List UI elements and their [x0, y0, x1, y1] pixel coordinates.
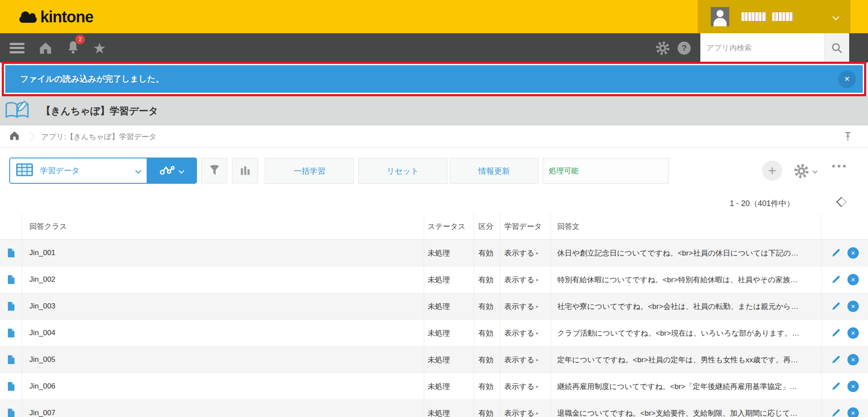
notifications-bell-icon[interactable]: 2 [67, 40, 80, 56]
edit-record-icon[interactable] [831, 408, 841, 417]
expand-triangle-icon[interactable]: ▸ [536, 303, 539, 309]
process-status-button[interactable]: 処理可能 [543, 158, 669, 184]
filter-button[interactable] [201, 158, 227, 183]
reset-button[interactable]: リセット [358, 158, 447, 184]
edit-record-icon[interactable] [831, 274, 841, 285]
hamburger-menu-icon[interactable] [10, 43, 25, 53]
record-id-cell[interactable]: Jin_001 [22, 240, 424, 266]
chart-button[interactable] [232, 158, 258, 183]
breadcrumb-text: アプリ:【きんちゃぼ】学習データ [41, 132, 157, 142]
delete-record-icon[interactable]: ✕ [847, 301, 859, 312]
status-cell: 未処理 [424, 293, 474, 319]
learning-data-cell[interactable]: 表示する ▸ [500, 347, 551, 373]
global-nav-bar: 2 ★ ? [0, 33, 868, 63]
record-document-icon[interactable] [8, 382, 14, 391]
home-icon[interactable] [38, 41, 53, 56]
app-settings-button[interactable] [794, 164, 817, 179]
learning-data-value: 表示する [504, 328, 534, 338]
expand-triangle-icon[interactable]: ▸ [536, 410, 539, 416]
table-row[interactable]: Jin_001 未処理 有効 表示する ▸ 休日や創立記念日についてですね。<b… [0, 240, 868, 266]
record-id-cell[interactable]: Jin_004 [22, 320, 424, 346]
record-icon-cell [0, 240, 22, 266]
kintone-logo[interactable]: kintone [19, 8, 93, 26]
batch-learn-button[interactable]: 一括学習 [265, 158, 354, 184]
status-cell: 未処理 [424, 266, 474, 293]
table-row[interactable]: Jin_007 未処理 有効 表示する ▸ 退職金についてですね。<br>支給要… [0, 400, 868, 417]
edit-record-icon[interactable] [831, 328, 841, 338]
learning-data-cell[interactable]: 表示する ▸ [500, 373, 551, 399]
expand-triangle-icon[interactable]: ▸ [536, 330, 539, 336]
info-update-button[interactable]: 情報更新 [450, 158, 538, 184]
admin-gear-icon[interactable] [656, 41, 670, 55]
record-document-icon[interactable] [8, 302, 14, 311]
gear-icon [794, 164, 809, 179]
category-cell: 有効 [474, 293, 500, 319]
chevron-down-icon[interactable] [833, 13, 840, 20]
status-cell: 未処理 [424, 240, 474, 266]
learning-data-cell[interactable]: 表示する ▸ [500, 240, 551, 266]
record-id-cell[interactable]: Jin_006 [22, 373, 424, 399]
expand-triangle-icon[interactable]: ▸ [536, 277, 539, 283]
table-row[interactable]: Jin_004 未処理 有効 表示する ▸ クラブ活動についてですね。<br>現… [0, 320, 868, 347]
record-document-icon[interactable] [8, 355, 14, 364]
expand-triangle-icon[interactable]: ▸ [536, 383, 539, 389]
next-page-button[interactable] [836, 196, 847, 207]
learning-data-cell[interactable]: 表示する ▸ [500, 320, 551, 346]
delete-record-icon[interactable]: ✕ [847, 327, 859, 339]
header-actions-column [822, 213, 868, 239]
view-selector[interactable]: 学習データ [9, 158, 197, 184]
table-row[interactable]: Jin_005 未処理 有効 表示する ▸ 定年についてですね。<br>社員の定… [0, 347, 868, 373]
more-options-button[interactable]: ••• [832, 160, 848, 172]
expand-triangle-icon[interactable]: ▸ [536, 250, 539, 256]
delete-record-icon[interactable]: ✕ [847, 274, 859, 285]
record-id-cell[interactable]: Jin_005 [22, 347, 424, 373]
user-org-redacted [772, 12, 793, 21]
record-document-icon[interactable] [8, 249, 14, 257]
edit-record-icon[interactable] [831, 354, 841, 365]
delete-record-icon[interactable]: ✕ [847, 247, 859, 259]
record-document-icon[interactable] [8, 275, 14, 284]
search-input[interactable] [700, 33, 824, 63]
category-cell: 有効 [474, 266, 500, 293]
edit-record-icon[interactable] [831, 301, 841, 312]
header-learning-data: 学習データ [500, 213, 551, 239]
search-button[interactable] [824, 33, 849, 63]
banner-close-button[interactable]: ✕ [838, 70, 856, 88]
breadcrumb: アプリ:【きんちゃぼ】学習データ [0, 126, 868, 148]
breadcrumb-home-icon[interactable] [9, 130, 20, 143]
edit-record-icon[interactable] [831, 381, 841, 392]
delete-record-icon[interactable]: ✕ [847, 407, 859, 417]
bar-chart-icon [239, 165, 251, 177]
record-id-cell[interactable]: Jin_003 [22, 293, 424, 319]
record-id-cell[interactable]: Jin_007 [22, 400, 424, 417]
record-document-icon[interactable] [8, 409, 14, 417]
expand-triangle-icon[interactable]: ▸ [536, 357, 539, 363]
user-menu[interactable] [698, 0, 850, 33]
pin-icon[interactable] [843, 131, 852, 144]
user-avatar[interactable] [711, 7, 729, 26]
status-cell: 未処理 [424, 373, 474, 399]
favorites-star-icon[interactable]: ★ [93, 41, 106, 56]
record-icon-cell [0, 266, 22, 293]
help-icon[interactable]: ? [678, 42, 691, 55]
header-category: 区分 [474, 213, 500, 239]
edit-record-icon[interactable] [831, 248, 841, 258]
view-selector-current[interactable]: 学習データ [10, 158, 147, 183]
add-record-button[interactable]: + [762, 161, 782, 181]
table-row[interactable]: Jin_002 未処理 有効 表示する ▸ 特別有給休暇についてですね。<br>… [0, 266, 868, 293]
graph-view-toggle[interactable] [147, 158, 196, 183]
record-id-cell[interactable]: Jin_002 [22, 266, 424, 293]
record-icon-cell [0, 347, 22, 373]
table-row[interactable]: Jin_006 未処理 有効 表示する ▸ 継続再雇用制度についてですね。<br… [0, 373, 868, 400]
user-name-redacted [741, 12, 766, 21]
record-document-icon[interactable] [8, 329, 14, 337]
delete-record-icon[interactable]: ✕ [847, 381, 859, 392]
delete-record-icon[interactable]: ✕ [847, 354, 859, 365]
table-row[interactable]: Jin_003 未処理 有効 表示する ▸ 社宅や寮についてですね。<br>会社… [0, 293, 868, 320]
logo-text: kintone [40, 8, 93, 26]
chevron-down-icon [812, 168, 817, 173]
header-answer-class: 回答クラス [22, 213, 424, 239]
learning-data-cell[interactable]: 表示する ▸ [500, 293, 551, 319]
learning-data-cell[interactable]: 表示する ▸ [500, 266, 551, 293]
learning-data-cell[interactable]: 表示する ▸ [500, 400, 551, 417]
